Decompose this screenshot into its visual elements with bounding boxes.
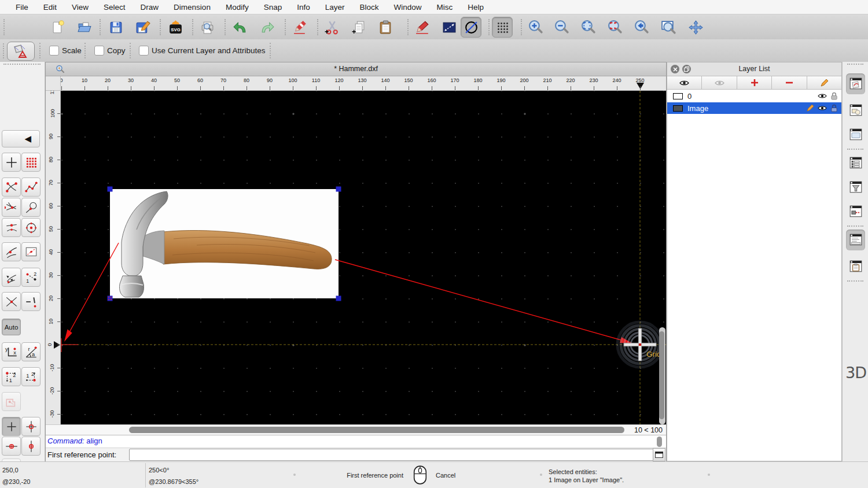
grid-toggle-button[interactable]: [492, 17, 513, 38]
zoom-window-button[interactable]: [658, 17, 679, 38]
snap-endpoint-icon: [5, 180, 19, 194]
zoom-pan-button[interactable]: [685, 17, 706, 38]
restrict-orthogonal-snap-button[interactable]: [2, 268, 21, 287]
layer-visible-icon[interactable]: [818, 93, 827, 99]
dock-selection-filter-button[interactable]: [846, 177, 865, 198]
menu-dimension[interactable]: Dimension: [166, 3, 218, 12]
snap-reference-button[interactable]: [21, 242, 41, 261]
pen-button[interactable]: [412, 17, 433, 38]
restrict-horizontal-button[interactable]: [2, 437, 21, 456]
layer-lock-icon[interactable]: [830, 104, 838, 112]
save-as-button[interactable]: [132, 17, 153, 38]
show-all-layers-button[interactable]: [667, 76, 702, 90]
handle-top-right[interactable]: [336, 187, 341, 192]
menu-help[interactable]: Help: [460, 3, 491, 12]
menu-edit[interactable]: Edit: [36, 3, 64, 12]
zoom-auto-button[interactable]: [578, 17, 598, 38]
document-title-bar[interactable]: * Hammer.dxf: [46, 62, 666, 76]
command-scrollbar-thumb[interactable]: [657, 437, 662, 447]
align-tool-button[interactable]: [7, 42, 35, 61]
copy-button[interactable]: [348, 17, 369, 38]
save-button[interactable]: [105, 17, 126, 38]
zoom-in-button[interactable]: [525, 17, 546, 38]
ref-points-21-button[interactable]: 12: [21, 367, 41, 386]
cut-button[interactable]: [321, 17, 342, 38]
menu-block[interactable]: Block: [352, 3, 387, 12]
scale-checkbox[interactable]: [49, 46, 59, 56]
snap-free-button[interactable]: [2, 153, 21, 172]
horizontal-scrollbar-thumb[interactable]: [129, 427, 624, 433]
auto-snap-button[interactable]: Auto: [2, 319, 21, 335]
menu-draw[interactable]: Draw: [133, 3, 167, 12]
snap-intersection-button[interactable]: [2, 292, 21, 311]
delete-button[interactable]: [289, 17, 310, 38]
export-svg-button[interactable]: SVG: [165, 17, 186, 38]
snap-endpoint-button[interactable]: [2, 178, 21, 197]
snap-middle-button[interactable]: [2, 218, 21, 237]
snap-distance-button[interactable]: 12: [21, 268, 41, 287]
vertical-scrollbar-thumb[interactable]: [659, 331, 664, 419]
new-document-button[interactable]: [47, 17, 68, 38]
dock-pen-wizard-button[interactable]: [846, 201, 865, 222]
copy-checkbox[interactable]: [94, 46, 104, 56]
hide-all-layers-button[interactable]: [702, 76, 737, 90]
layer-lock-icon[interactable]: [830, 92, 838, 100]
back-button[interactable]: ◀: [2, 130, 40, 147]
snap-on-entity-button[interactable]: [21, 178, 41, 197]
coordinate-cartesian-button[interactable]: yx: [2, 342, 21, 361]
layer-edit-icon[interactable]: [806, 104, 814, 112]
dock-layer-list-button[interactable]: [846, 73, 865, 94]
handle-bottom-right[interactable]: [336, 296, 341, 301]
redo-button[interactable]: [256, 17, 277, 38]
canvas-vertical-scrollbar[interactable]: [659, 327, 665, 424]
edit-layer-button[interactable]: [807, 76, 841, 90]
paste-button[interactable]: [375, 17, 396, 38]
zoom-extents-button[interactable]: [604, 17, 625, 38]
restrict-nothing-button[interactable]: [2, 417, 21, 436]
restrict-vertical-button[interactable]: [21, 437, 41, 456]
menu-view[interactable]: View: [64, 3, 96, 12]
add-layer-button[interactable]: [737, 76, 772, 90]
menu-window[interactable]: Window: [387, 3, 429, 12]
drawing-canvas[interactable]: Grid: [61, 91, 666, 424]
menu-snap[interactable]: Snap: [256, 3, 290, 12]
construction-circle-button[interactable]: [461, 17, 481, 38]
remove-layer-button[interactable]: [772, 76, 807, 90]
restrict-orthogonal-button[interactable]: [21, 417, 41, 436]
menu-misc[interactable]: Misc: [429, 3, 461, 12]
menu-modify[interactable]: Modify: [218, 3, 256, 12]
menu-select[interactable]: Select: [96, 3, 133, 12]
dock-pen-palette-button[interactable]: [846, 153, 865, 173]
dock-command-widget-button[interactable]: [846, 230, 865, 250]
dock-library-browser-button[interactable]: [846, 124, 865, 145]
canvas-horizontal-scrollbar[interactable]: 10 < 100: [46, 424, 666, 435]
print-preview-button[interactable]: [197, 17, 218, 38]
zoom-out-button[interactable]: [551, 17, 572, 38]
image-entity-hammer[interactable]: [110, 189, 339, 298]
handle-top-left[interactable]: [108, 187, 113, 192]
snap-center-button[interactable]: [21, 218, 41, 237]
ref-points-12-button[interactable]: 12: [2, 367, 21, 386]
layer-row-image[interactable]: Image: [667, 102, 841, 114]
open-file-button[interactable]: [74, 17, 95, 38]
snap-intersection-auto-button[interactable]: [2, 198, 21, 217]
coordinate-polar-button[interactable]: ra: [21, 342, 41, 361]
menu-layer[interactable]: Layer: [318, 3, 352, 12]
restrict-off-button[interactable]: [21, 292, 41, 311]
handle-bottom-left[interactable]: [108, 296, 113, 301]
dock-quick-info-button[interactable]: [846, 256, 865, 277]
layer-visible-icon[interactable]: [818, 105, 827, 111]
zoom-previous-button[interactable]: [631, 17, 652, 38]
snap-grid-button[interactable]: [21, 153, 41, 172]
command-input[interactable]: [129, 449, 656, 461]
use-current-layer-checkbox[interactable]: [139, 46, 149, 56]
snap-tangent-button[interactable]: [21, 198, 41, 217]
measure-button[interactable]: [439, 17, 459, 38]
snap-nearest-button[interactable]: [2, 242, 21, 261]
menu-file[interactable]: File: [8, 3, 36, 12]
dock-block-list-button[interactable]: [846, 100, 865, 121]
layer-row-0[interactable]: 0: [667, 90, 841, 102]
undo-button[interactable]: [230, 17, 251, 38]
menu-info[interactable]: Info: [289, 3, 318, 12]
keyboard-toggle-button[interactable]: [653, 448, 665, 461]
